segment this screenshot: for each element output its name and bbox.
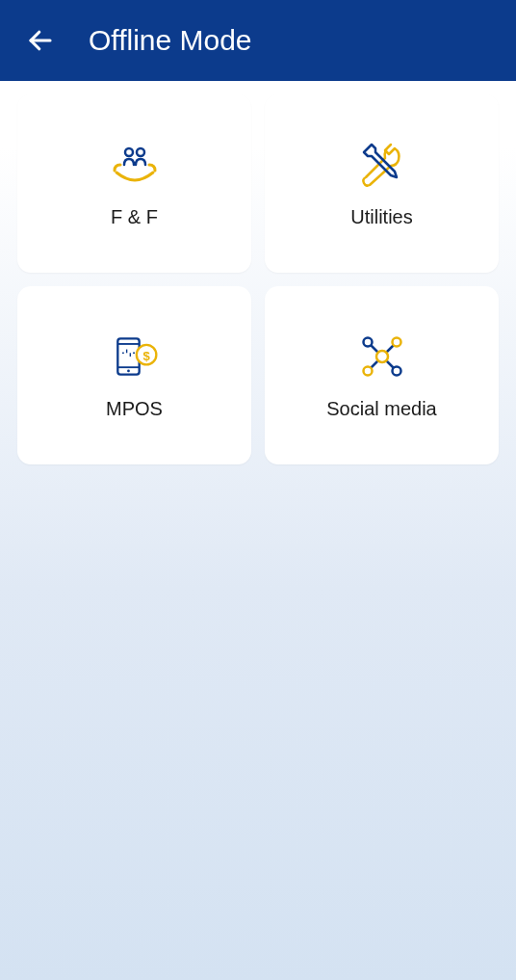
svg-point-18: [363, 367, 372, 376]
card-grid: F & F Utilities $ M: [0, 81, 516, 478]
phone-pay-icon: $: [109, 331, 161, 383]
friends-icon: [109, 139, 161, 191]
svg-point-17: [392, 338, 400, 347]
card-label: Utilities: [350, 206, 412, 228]
card-label: Social media: [326, 398, 437, 420]
network-icon: [356, 331, 408, 383]
card-label: F & F: [111, 206, 158, 228]
svg-point-1: [125, 148, 133, 156]
tools-icon: [356, 139, 408, 191]
app-header: Offline Mode: [0, 0, 516, 81]
card-social-media[interactable]: Social media: [265, 286, 499, 464]
card-label: MPOS: [106, 398, 163, 420]
back-arrow-icon: [26, 26, 55, 55]
svg-point-2: [137, 148, 144, 156]
card-friends-family[interactable]: F & F: [17, 94, 251, 273]
svg-point-6: [127, 370, 130, 373]
svg-point-19: [392, 367, 400, 376]
svg-point-16: [363, 338, 372, 347]
card-utilities[interactable]: Utilities: [265, 94, 499, 273]
svg-text:$: $: [142, 349, 150, 363]
svg-point-15: [376, 351, 388, 362]
back-button[interactable]: [19, 19, 62, 62]
page-title: Offline Mode: [89, 24, 252, 57]
card-mpos[interactable]: $ MPOS: [17, 286, 251, 464]
